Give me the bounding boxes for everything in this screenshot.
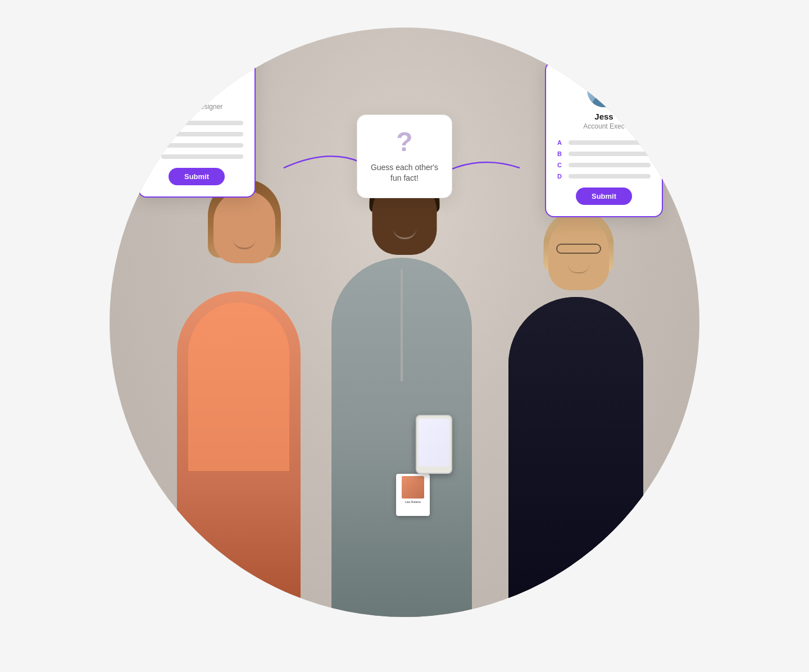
person-right [503,202,655,617]
person-right-head [548,218,609,290]
person-left [166,190,323,617]
person-left-head [213,190,275,263]
badge-photo [402,476,424,499]
person-right-torso [508,297,643,617]
person-center [320,157,489,617]
phone-screen [419,419,449,467]
phone-device [416,415,452,474]
scene-container: Lisa Roberts [96,28,713,645]
phone-container [416,415,455,477]
person-center-head [372,179,437,255]
main-oval: Lisa Roberts [110,28,699,617]
lanyard-string [412,429,413,474]
lanyard-badge: Lisa Roberts [396,474,430,516]
badge-name: Lisa Roberts [405,500,421,504]
person-left-torso [177,291,301,617]
